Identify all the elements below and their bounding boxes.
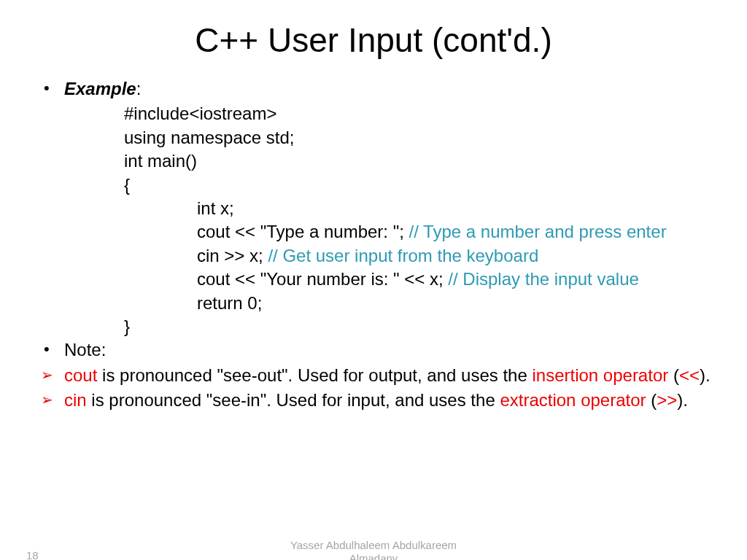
code-line: cin >> x; // Get user input from the key…	[44, 244, 712, 268]
slide-title: C++ User Input (cont'd.)	[0, 20, 747, 60]
code-line: cout << "Type a number: "; // Type a num…	[44, 220, 712, 244]
example-bullet: Example:	[44, 77, 712, 101]
code-line: {	[44, 174, 712, 197]
code-line: #include<iostream>	[44, 102, 712, 125]
footer-line: Almadany	[0, 552, 747, 560]
note-bullet: Note:	[44, 338, 712, 362]
slide: C++ User Input (cont'd.) Example: #inclu…	[0, 20, 747, 560]
example-label: Example	[64, 79, 136, 98]
example-colon: :	[136, 79, 142, 98]
note-item: cout is pronounced "see-out". Used for o…	[44, 364, 712, 387]
note-keyword: cout	[64, 365, 97, 385]
code-comment: // Type a number and press enter	[409, 222, 667, 241]
note-text: is pronounced "see-in". Used for input, …	[87, 390, 500, 410]
note-item: cin is pronounced "see-in". Used for inp…	[44, 389, 712, 412]
note-keyword: extraction operator	[500, 390, 646, 410]
code-comment: // Display the input value	[448, 269, 638, 289]
code-line: return 0;	[44, 292, 712, 315]
code-line: using namespace std;	[44, 126, 712, 149]
note-operator: <<	[679, 365, 700, 385]
code-text: cout << "Your number is: " << x;	[197, 269, 448, 289]
code-line: cout << "Your number is: " << x; // Disp…	[44, 268, 712, 291]
note-text: ).	[700, 365, 711, 385]
footer-author: Yasser Abdulhaleem Abdulkareem Almadany	[0, 539, 747, 561]
note-text: is pronounced "see-out". Used for output…	[97, 365, 532, 385]
code-comment: // Get user input from the keyboard	[268, 246, 538, 265]
code-line: int x;	[44, 197, 712, 220]
code-text: cout << "Type a number: ";	[197, 222, 409, 241]
note-keyword: insertion operator	[532, 365, 668, 385]
note-keyword: cin	[64, 390, 87, 410]
slide-content: Example: #include<iostream> using namesp…	[0, 77, 747, 412]
note-text: (	[668, 365, 679, 385]
note-text: (	[646, 390, 657, 410]
footer-line: Yasser Abdulhaleem Abdulkareem	[0, 539, 747, 553]
note-text: ).	[677, 390, 688, 410]
code-line: }	[44, 315, 712, 338]
note-operator: >>	[657, 390, 677, 410]
code-line: int main()	[44, 149, 712, 173]
code-text: cin >> x;	[197, 246, 268, 265]
